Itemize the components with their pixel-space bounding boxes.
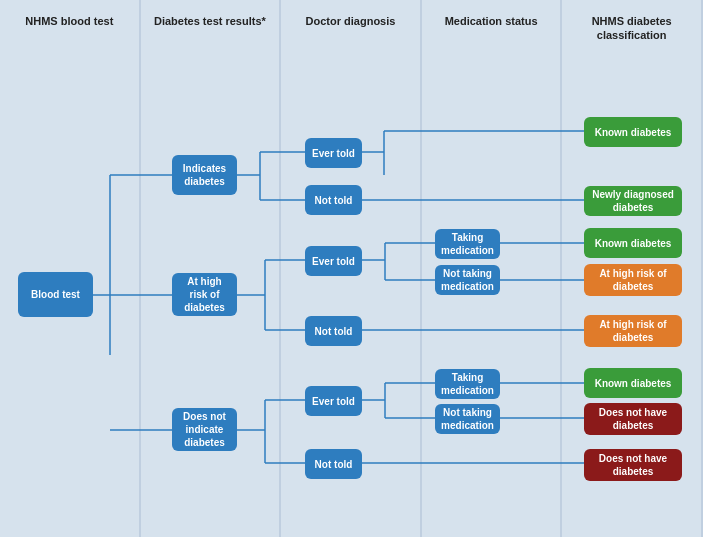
col1-header: NHMS blood test xyxy=(19,10,119,48)
high-risk-node: At high risk of diabetes xyxy=(172,273,237,316)
col5-header: NHMS diabetes classification xyxy=(562,10,701,48)
bloodtest-node: Blood test xyxy=(18,272,93,317)
not-indicate-node: Does not indicate diabetes xyxy=(172,408,237,451)
not-told-2-node: Not told xyxy=(305,316,362,346)
col4-header: Medication status xyxy=(439,10,544,48)
ever-told-1-node: Ever told xyxy=(305,138,362,168)
ever-told-2-node: Ever told xyxy=(305,246,362,276)
not-taking-med-1-node: Not taking medication xyxy=(435,265,500,295)
flowchart-wrapper: NHMS blood test Diabetes test results* D… xyxy=(0,0,703,537)
ever-told-3-node: Ever told xyxy=(305,386,362,416)
known-diabetes-2-node: Known diabetes xyxy=(584,228,682,258)
not-told-1-node: Not told xyxy=(305,185,362,215)
taking-med-1-node: Taking medication xyxy=(435,229,500,259)
high-risk-1-node: At high risk of diabetes xyxy=(584,264,682,296)
indicates-diabetes-node: Indicates diabetes xyxy=(172,155,237,195)
known-diabetes-3-node: Known diabetes xyxy=(584,368,682,398)
col3-header: Doctor diagnosis xyxy=(300,10,402,48)
not-have-2-node: Does not have diabetes xyxy=(584,449,682,481)
high-risk-2-node: At high risk of diabetes xyxy=(584,315,682,347)
newly-diagnosed-node: Newly diagnosed diabetes xyxy=(584,186,682,216)
column-2: Diabetes test results* xyxy=(141,0,282,537)
col2-header: Diabetes test results* xyxy=(148,10,272,48)
not-have-1-node: Does not have diabetes xyxy=(584,403,682,435)
column-1: NHMS blood test xyxy=(0,0,141,537)
taking-med-2-node: Taking medication xyxy=(435,369,500,399)
not-told-3-node: Not told xyxy=(305,449,362,479)
known-diabetes-1-node: Known diabetes xyxy=(584,117,682,147)
not-taking-med-2-node: Not taking medication xyxy=(435,404,500,434)
